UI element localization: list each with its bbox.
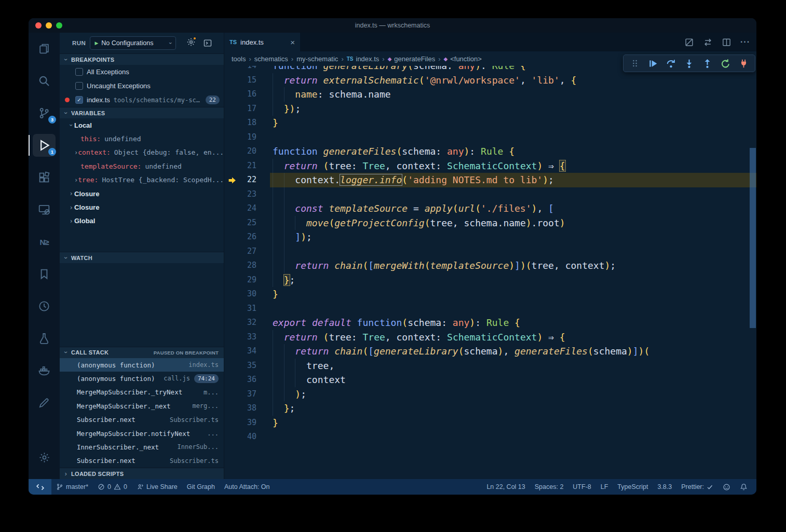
variable-scope-row[interactable]: ›Global [60, 214, 224, 228]
code-line[interactable]: 17 }); [224, 102, 756, 116]
breakpoint-checkbox[interactable] [75, 82, 83, 90]
breakpoints-section-header[interactable]: › BREAKPOINTS [60, 53, 224, 65]
call-stack-frame[interactable]: (anonymous function)call.js74:24 [60, 372, 224, 385]
git-branch-status[interactable]: master* [51, 479, 93, 495]
step-over-button[interactable] [662, 56, 680, 71]
code-line[interactable]: 27 [224, 244, 756, 259]
variable-scope-row[interactable]: ›Closure [60, 187, 224, 200]
auto-attach-status[interactable]: Auto Attach: On [220, 479, 275, 495]
debug-config-dropdown[interactable]: ▶ No Configurations › [90, 36, 176, 50]
debug-settings-button[interactable] [186, 37, 196, 49]
minimize-window-button[interactable] [46, 22, 52, 29]
code-line[interactable]: 31 [224, 302, 756, 316]
variable-scope-row[interactable]: ›Local [60, 118, 224, 132]
call-stack-frame[interactable]: InnerSubscriber._nextInnerSub... [60, 440, 224, 454]
code-line[interactable]: 29 }; [224, 273, 756, 288]
cursor-position-status[interactable]: Ln 22, Col 13 [482, 479, 530, 495]
breakpoint-checkbox[interactable]: ✓ [75, 96, 83, 104]
titlebar[interactable]: index.ts — wrkschematics [29, 18, 756, 33]
zoom-window-button[interactable] [56, 22, 62, 29]
call-stack-frame[interactable]: Subscriber.nextSubscriber.ts [60, 413, 224, 426]
sidebar-item-source-control[interactable]: 3 [29, 100, 60, 126]
variable-scope-row[interactable]: ›Closure [60, 200, 224, 214]
code-line[interactable]: 37 ); [224, 387, 756, 402]
call-stack-frame[interactable]: Subscriber.nextSubscriber.ts [60, 454, 224, 468]
code-line[interactable]: 39} [224, 416, 756, 430]
code-line[interactable]: 30} [224, 287, 756, 302]
split-editor-icon[interactable] [722, 37, 731, 47]
variable-row[interactable]: this:undefined [60, 132, 224, 145]
typescript-version-status[interactable]: 3.8.3 [653, 479, 676, 495]
code-line[interactable]: 16 name: schema.name [224, 87, 756, 102]
compare-changes-icon[interactable] [703, 37, 713, 47]
close-tab-icon[interactable]: × [290, 38, 295, 47]
disconnect-button[interactable] [735, 56, 753, 71]
git-graph-status[interactable]: Git Graph [182, 479, 220, 495]
more-actions-icon[interactable]: ··· [740, 37, 750, 47]
sidebar-item-history[interactable] [29, 293, 60, 319]
notifications-button[interactable] [735, 479, 752, 495]
eol-status[interactable]: LF [596, 479, 613, 495]
code-line[interactable]: 25 move(getProjectConfig(tree, schema.na… [224, 216, 756, 230]
sidebar-item-run-debug[interactable]: 1 [29, 132, 60, 158]
sidebar-item-explorer[interactable] [29, 36, 60, 62]
sidebar-item-docker[interactable] [29, 358, 60, 384]
code-line[interactable]: 35 tree, [224, 359, 756, 373]
loaded-scripts-section-header[interactable]: › LOADED SCRIPTS [60, 468, 224, 479]
variable-row[interactable]: ›tree:HostTree {_backend: ScopedH... [60, 173, 224, 187]
code-line[interactable]: 28 return chain([mergeWith(templateSourc… [224, 258, 756, 273]
code-line[interactable]: 38 }; [224, 401, 756, 416]
debug-console-icon[interactable] [203, 38, 212, 48]
code-line[interactable]: 24 const templateSource = apply(url('./f… [224, 201, 756, 216]
indentation-status[interactable]: Spaces: 2 [530, 479, 568, 495]
tab-index-ts[interactable]: TS index.ts × [224, 33, 301, 51]
live-share-status[interactable]: Live Share [132, 479, 182, 495]
code-line[interactable]: 33 return (tree: Tree, context: Schemati… [224, 330, 756, 345]
sidebar-item-remote-explorer[interactable] [29, 197, 60, 223]
feedback-button[interactable] [718, 479, 735, 495]
language-status[interactable]: TypeScript [613, 479, 653, 495]
code-line[interactable]: 34 return chain([generateLibrary(schema)… [224, 344, 756, 359]
close-window-button[interactable] [35, 22, 42, 29]
call-stack-frame[interactable]: MergeMapSubscriber.notifyNext... [60, 427, 224, 440]
sidebar-item-gitlens[interactable] [29, 390, 60, 416]
breakpoint-row[interactable]: All Exceptions [60, 65, 224, 79]
breadcrumb-item[interactable]: TSindex.ts [347, 55, 380, 63]
editor-scrollbar[interactable] [750, 148, 756, 328]
step-into-button[interactable] [680, 56, 698, 71]
toolbar-drag-handle[interactable] [626, 56, 644, 71]
breadcrumb-item[interactable]: my-schematic [296, 55, 338, 63]
sidebar-item-search[interactable] [29, 68, 60, 94]
call-stack-frame[interactable]: (anonymous function)index.ts [60, 358, 224, 372]
breadcrumb-item[interactable]: ◆<function> [443, 55, 481, 63]
call-stack-section-header[interactable]: › CALL STACK PAUSED ON BREAKPOINT [60, 347, 224, 358]
breadcrumb-item[interactable]: schematics [254, 55, 288, 63]
code-line[interactable]: 40 [224, 430, 756, 444]
breakpoint-row[interactable]: ✓index.tstools/schematics/my-sch...22 [60, 93, 224, 107]
watch-section-header[interactable]: › WATCH [60, 252, 224, 263]
variable-row[interactable]: templateSource:undefined [60, 159, 224, 173]
variable-row[interactable]: ›context:Object {debug: false, en... [60, 146, 224, 159]
breadcrumb-item[interactable]: tools [232, 55, 246, 63]
code-line[interactable]: 23 [224, 187, 756, 202]
code-line[interactable]: 21 return (tree: Tree, context: Schemati… [224, 159, 756, 173]
variables-section-header[interactable]: › VARIABLES [60, 107, 224, 118]
code-line[interactable]: 18} [224, 116, 756, 130]
code-line[interactable]: 15 return externalSchematic('@nrwl/works… [224, 73, 756, 88]
sidebar-item-testing[interactable] [29, 325, 60, 351]
code-line[interactable]: 26 ]); [224, 230, 756, 244]
code-line[interactable]: 19 [224, 130, 756, 145]
start-debug-icon[interactable]: ▶ [94, 40, 98, 46]
breakpoint-row[interactable]: Uncaught Exceptions [60, 79, 224, 93]
sidebar-item-bookmarks[interactable] [29, 261, 60, 287]
remote-indicator[interactable] [29, 479, 51, 495]
manage-button[interactable] [29, 447, 60, 473]
code-editor[interactable]: 14function generateLibrary(schema: any):… [224, 66, 756, 479]
restart-button[interactable] [716, 56, 735, 71]
code-line[interactable]: 20function generateFiles(schema: any): R… [224, 144, 756, 159]
step-out-button[interactable] [698, 56, 716, 71]
sidebar-item-extensions[interactable] [29, 165, 60, 190]
breadcrumb-item[interactable]: ◆generateFiles [388, 55, 435, 63]
problems-status[interactable]: 00 [93, 479, 132, 495]
code-line[interactable]: 32export default function(schema: any): … [224, 316, 756, 330]
